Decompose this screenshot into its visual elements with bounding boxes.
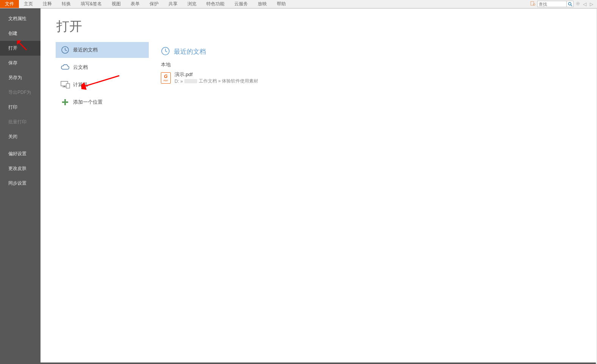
location-label: 添加一个位置 <box>73 99 103 106</box>
svg-line-3 <box>571 5 572 6</box>
file-info: 演示.pdf D: » 工作文档 » 体验软件使用素材 <box>175 71 258 84</box>
svg-rect-12 <box>62 101 68 103</box>
file-row[interactable]: G PDF 演示.pdf D: » 工作文档 » 体验软件使用素材 <box>161 70 597 85</box>
content-panel: 打开 最近的文档 云文档 <box>41 8 597 364</box>
recent-header: 最近的文档 <box>161 47 597 57</box>
location-label: 最近的文档 <box>73 47 98 53</box>
recent-files-panel: 最近的文档 本地 G PDF 演示.pdf D: » 工作文档 » 体验软件使用… <box>149 9 597 364</box>
sidebar-item-save-as[interactable]: 另存为 <box>0 70 41 85</box>
clock-icon <box>161 47 170 57</box>
menu-protect[interactable]: 保护 <box>145 0 164 8</box>
advanced-search-icon[interactable] <box>530 1 536 7</box>
top-menu-bar: 文件 主页 注释 转换 填写&签名 视图 表单 保护 共享 浏览 特色功能 云服… <box>0 0 597 8</box>
computer-icon <box>60 80 70 90</box>
svg-point-5 <box>577 3 578 4</box>
sidebar-item-create[interactable]: 创建 <box>0 26 41 41</box>
cloud-icon <box>60 62 70 72</box>
nav-next-icon[interactable]: ▷ <box>589 2 594 7</box>
menu-view[interactable]: 视图 <box>107 0 126 8</box>
menu-file[interactable]: 文件 <box>0 0 19 8</box>
svg-rect-9 <box>62 87 66 87</box>
section-label-local: 本地 <box>161 61 597 68</box>
search-button[interactable] <box>567 1 574 7</box>
menu-comment[interactable]: 注释 <box>38 0 57 8</box>
menu-slideshow[interactable]: 放映 <box>253 0 272 8</box>
gear-icon[interactable] <box>575 1 580 7</box>
pdf-file-icon: G PDF <box>161 72 171 84</box>
sidebar-item-change-skin[interactable]: 更改皮肤 <box>0 161 41 176</box>
redacted-segment <box>184 79 197 83</box>
menu-convert[interactable]: 转换 <box>57 0 76 8</box>
svg-rect-8 <box>64 86 65 87</box>
menu-share[interactable]: 共享 <box>164 0 182 8</box>
svg-point-4 <box>576 2 579 5</box>
page-title: 打开 <box>41 18 149 40</box>
location-recent[interactable]: 最近的文档 <box>56 42 149 58</box>
location-label: 计算机 <box>73 81 88 88</box>
open-locations-panel: 打开 最近的文档 云文档 <box>41 9 149 364</box>
svg-point-1 <box>533 4 535 6</box>
file-path: D: » 工作文档 » 体验软件使用素材 <box>175 78 258 84</box>
sidebar-item-preferences[interactable]: 偏好设置 <box>0 146 41 161</box>
search-box <box>537 1 574 8</box>
menu-home[interactable]: 主页 <box>19 0 38 8</box>
sidebar-item-close[interactable]: 关闭 <box>0 129 41 144</box>
menu-cloud[interactable]: 云服务 <box>229 0 253 8</box>
sidebar-item-batch-print[interactable]: 批量打印 <box>0 115 41 129</box>
svg-rect-10 <box>66 84 70 88</box>
top-right-controls: ◁ ▷ <box>530 0 597 8</box>
search-input[interactable] <box>537 1 567 7</box>
main-area: 文档属性 创建 打开 保存 另存为 导出PDF为 打印 批量打印 关闭 偏好设置… <box>0 8 597 364</box>
sidebar-item-export-pdf[interactable]: 导出PDF为 <box>0 85 41 100</box>
sidebar-item-open[interactable]: 打开 <box>0 41 41 56</box>
location-cloud[interactable]: 云文档 <box>56 59 149 75</box>
sidebar: 文档属性 创建 打开 保存 另存为 导出PDF为 打印 批量打印 关闭 偏好设置… <box>0 8 41 364</box>
svg-point-2 <box>568 2 571 5</box>
file-name: 演示.pdf <box>175 71 258 78</box>
location-add[interactable]: 添加一个位置 <box>56 94 149 110</box>
clock-icon <box>60 45 70 55</box>
nav-prev-icon[interactable]: ◁ <box>582 2 587 7</box>
sidebar-item-sync-settings[interactable]: 同步设置 <box>0 176 41 191</box>
sidebar-item-save[interactable]: 保存 <box>0 56 41 70</box>
location-computer[interactable]: 计算机 <box>56 77 149 93</box>
recent-title: 最近的文档 <box>174 47 206 56</box>
menu-form[interactable]: 表单 <box>126 0 145 8</box>
menu-browse[interactable]: 浏览 <box>182 0 201 8</box>
status-bar <box>41 362 596 364</box>
search-icon <box>568 2 572 6</box>
plus-icon <box>60 97 70 107</box>
menu-help[interactable]: 帮助 <box>272 0 291 8</box>
sidebar-item-doc-props[interactable]: 文档属性 <box>0 11 41 26</box>
location-label: 云文档 <box>73 64 88 71</box>
menu-fill-sign[interactable]: 填写&签名 <box>76 0 107 8</box>
sidebar-item-print[interactable]: 打印 <box>0 100 41 115</box>
locations-list: 最近的文档 云文档 计算机 <box>41 42 149 110</box>
menu-feature[interactable]: 特色功能 <box>201 0 229 8</box>
